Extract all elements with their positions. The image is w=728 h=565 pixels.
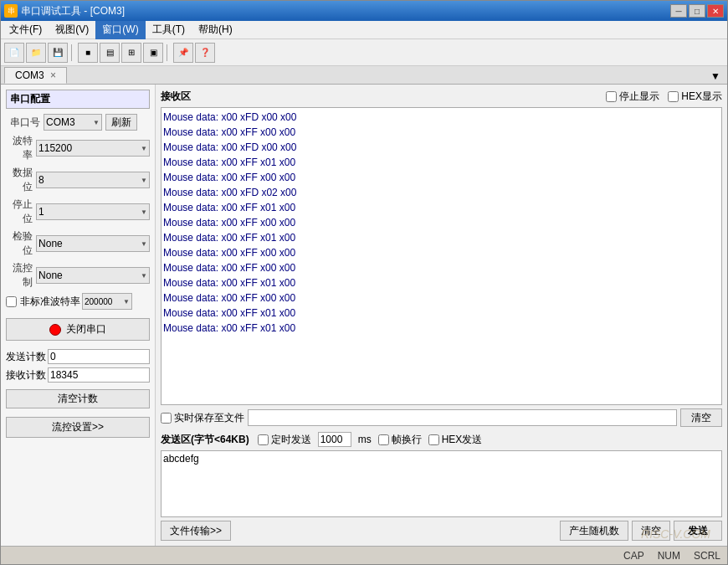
frame-change-checkbox[interactable] [378, 434, 389, 445]
save-path-input[interactable] [248, 409, 677, 426]
toolbar-new[interactable]: 📄 [4, 43, 24, 63]
tx-count-value: 0 [48, 349, 150, 364]
rx-count-row: 接收计数 18345 [6, 367, 150, 383]
close-button[interactable]: ✕ [707, 4, 724, 18]
recv-area[interactable]: Mouse data: x00 xFD x00 x00Mouse data: x… [161, 107, 722, 405]
recv-line: Mouse data: x00 xFD x02 x00 [163, 185, 720, 200]
minimize-button[interactable]: ─ [670, 4, 687, 18]
nonstandard-row: 非标准波特率 200000 ▼ [6, 293, 150, 310]
clear-count-button[interactable]: 清空计数 [6, 389, 150, 408]
tab-dropdown[interactable]: ▼ [707, 69, 724, 84]
recv-line: Mouse data: x00 xFF x00 x00 [163, 125, 720, 140]
file-transfer-button[interactable]: 文件传输>> [161, 521, 231, 541]
tab-com3-close[interactable]: × [50, 69, 56, 81]
window-title: 串口调试工具 - [COM3] [21, 4, 125, 18]
nonstandard-select[interactable]: 200000 ▼ [82, 293, 132, 310]
toolbar-open[interactable]: 📁 [26, 43, 46, 63]
parity-select[interactable]: None ▼ [36, 235, 150, 252]
menu-file[interactable]: 文件(F) [3, 21, 49, 39]
toolbar-pin[interactable]: 📌 [173, 43, 193, 63]
menu-help[interactable]: 帮助(H) [192, 21, 239, 39]
recv-line: Mouse data: x00 xFF x01 x00 [163, 306, 720, 321]
tx-count-label: 发送计数 [6, 350, 48, 364]
toolbar-b2[interactable]: ▤ [100, 43, 120, 63]
tab-com3[interactable]: COM3 × [4, 67, 67, 84]
send-title: 发送区(字节<64KB) [161, 433, 249, 447]
toolbar-sep1 [71, 44, 74, 61]
save-to-file-option[interactable]: 实时保存至文件 [161, 411, 244, 425]
databits-select[interactable]: 8 ▼ [36, 172, 150, 188]
recv-line: Mouse data: x00 xFF x01 x00 [163, 200, 720, 215]
stop-display-option[interactable]: 停止显示 [606, 90, 659, 104]
toolbar-b3[interactable]: ⊞ [121, 43, 141, 63]
recv-line: Mouse data: x00 xFF x00 x00 [163, 245, 720, 260]
timed-send-option[interactable]: 定时发送 [258, 433, 311, 447]
databits-label: 数据位 [6, 166, 36, 194]
send-content: abcdefg [163, 453, 199, 465]
restore-button[interactable]: □ [689, 4, 705, 18]
serial-config-title: 串口配置 [6, 90, 150, 109]
baud-select[interactable]: 115200 ▼ [36, 140, 150, 157]
hex-send-checkbox[interactable] [428, 434, 439, 445]
toolbar-b4[interactable]: ▣ [143, 43, 163, 63]
send-options: 定时发送 ms 帧换行 HEX发送 [258, 432, 483, 447]
databits-row: 数据位 8 ▼ [6, 166, 150, 194]
timed-send-input[interactable] [318, 432, 351, 447]
tab-bar: COM3 × ▼ [1, 66, 727, 85]
port-select[interactable]: COM3 ▼ [44, 114, 102, 131]
toolbar-help[interactable]: ❓ [195, 43, 215, 63]
app-icon: 串 [4, 4, 18, 18]
clear-recv-button[interactable]: 清空 [680, 408, 722, 427]
status-bar: CAP NUM SCRL [1, 546, 727, 564]
menu-view[interactable]: 视图(V) [49, 21, 95, 39]
recv-line: Mouse data: x00 xFD x00 x00 [163, 140, 720, 155]
timed-send-checkbox[interactable] [258, 434, 269, 445]
parity-label: 检验位 [6, 229, 36, 258]
frame-change-label: 帧换行 [392, 433, 422, 447]
refresh-button[interactable]: 刷新 [105, 114, 137, 131]
hex-display-label: HEX显示 [681, 90, 722, 104]
parity-row: 检验位 None ▼ [6, 229, 150, 258]
count-section: 发送计数 0 接收计数 18345 清空计数 [6, 349, 150, 408]
stopbits-select[interactable]: 1 ▼ [36, 203, 150, 220]
menu-window[interactable]: 窗口(W) [95, 21, 145, 39]
stopbits-label: 停止位 [6, 198, 36, 226]
open-port-button[interactable]: 关闭串口 [6, 318, 150, 341]
port-label: 串口号 [6, 116, 44, 130]
left-panel: 串口配置 串口号 COM3 ▼ 刷新 波特率 115200 ▼ 数据位 [1, 85, 156, 546]
toolbar-b1[interactable]: ■ [78, 43, 98, 63]
send-area[interactable]: abcdefg [161, 450, 722, 517]
recv-header: 接收区 停止显示 HEX显示 [161, 90, 722, 104]
toolbar: 📄 📁 💾 ■ ▤ ⊞ ▣ 📌 ❓ [1, 39, 727, 66]
toolbar-save[interactable]: 💾 [48, 43, 68, 63]
recv-line: Mouse data: x00 xFF x00 x00 [163, 260, 720, 275]
random-button[interactable]: 产生随机数 [560, 521, 628, 541]
flow-row: 流控制 None ▼ [6, 261, 150, 290]
save-to-file-checkbox[interactable] [161, 413, 172, 424]
recv-title: 接收区 [161, 90, 191, 104]
recv-line: Mouse data: x00 xFF x01 x00 [163, 230, 720, 245]
scrl-indicator: SCRL [694, 550, 720, 562]
open-port-label: 关闭串口 [66, 322, 106, 336]
timed-send-label: 定时发送 [271, 433, 311, 447]
send-button[interactable]: 发送 [674, 521, 722, 541]
hex-send-option[interactable]: HEX发送 [428, 433, 483, 447]
stop-display-label: 停止显示 [619, 90, 659, 104]
menu-tools[interactable]: 工具(T) [146, 21, 192, 39]
hex-display-checkbox[interactable] [668, 91, 679, 102]
flow-settings-button[interactable]: 流控设置>> [6, 417, 150, 438]
flow-select[interactable]: None ▼ [36, 267, 150, 284]
hex-display-option[interactable]: HEX显示 [668, 90, 722, 104]
baud-row: 波特率 115200 ▼ [6, 134, 150, 162]
flow-label: 流控制 [6, 261, 36, 290]
nonstandard-checkbox[interactable] [6, 296, 17, 307]
rx-count-value: 18345 [48, 367, 150, 383]
frame-change-option[interactable]: 帧换行 [378, 433, 422, 447]
tx-count-row: 发送计数 0 [6, 349, 150, 364]
clear-send-button[interactable]: 清空 [632, 521, 670, 541]
num-indicator: NUM [658, 550, 680, 562]
recv-line: Mouse data: x00 xFD x00 x00 [163, 110, 720, 125]
stop-display-checkbox[interactable] [606, 91, 617, 102]
tab-com3-label: COM3 [15, 69, 44, 81]
nonstandard-label: 非标准波特率 [20, 295, 80, 309]
